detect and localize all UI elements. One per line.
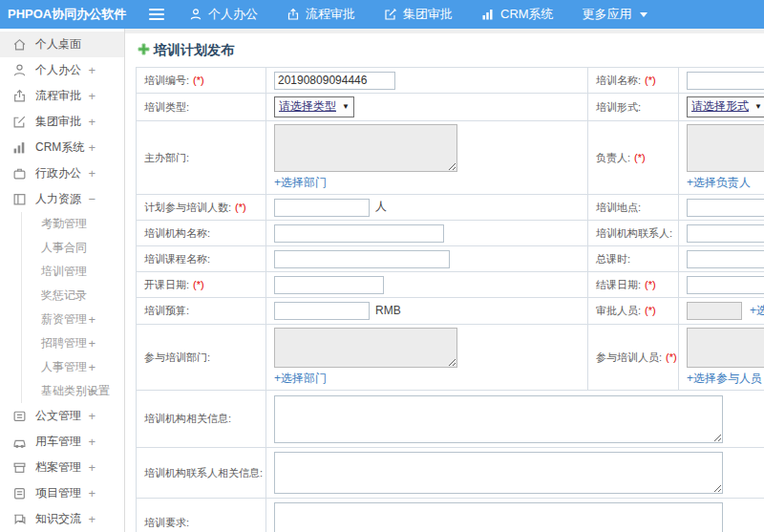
required-mark: (*) bbox=[645, 279, 656, 290]
org-name-input[interactable] bbox=[274, 224, 444, 243]
expand-toggle[interactable]: + bbox=[88, 115, 96, 129]
select-leader-link[interactable]: +选择负责人 bbox=[687, 175, 751, 191]
org-contact-info-textarea[interactable] bbox=[274, 452, 723, 494]
expand-toggle[interactable]: + bbox=[88, 89, 96, 103]
sidebar-item-reward-punish[interactable]: 奖惩记录 bbox=[22, 284, 124, 308]
edit-icon bbox=[384, 8, 397, 21]
car-icon bbox=[12, 435, 27, 449]
expand-toggle[interactable]: + bbox=[88, 312, 96, 327]
caret-down-icon: ▼ bbox=[342, 102, 350, 111]
required-mark: (*) bbox=[666, 351, 677, 363]
expand-toggle[interactable]: + bbox=[88, 486, 96, 500]
requirements-textarea[interactable] bbox=[274, 502, 723, 532]
expand-toggle[interactable]: + bbox=[88, 360, 96, 374]
sidebar-item-group-approval[interactable]: 集团审批 + bbox=[0, 109, 124, 135]
nav-personal-office[interactable]: 个人办公 bbox=[189, 6, 258, 23]
field-label-location: 培训地点: bbox=[588, 195, 679, 221]
unit-label: 人 bbox=[375, 200, 387, 213]
sidebar-item-recruit[interactable]: 招聘管理+ bbox=[22, 331, 124, 355]
sidebar-item-attendance[interactable]: 考勤管理 bbox=[22, 212, 124, 236]
edit-icon bbox=[12, 115, 27, 129]
host-dept-textarea[interactable] bbox=[274, 124, 457, 172]
expand-toggle[interactable]: + bbox=[88, 435, 96, 449]
required-mark: (*) bbox=[193, 279, 204, 290]
field-label-planned-count: 计划参与培训人数:(*) bbox=[137, 195, 266, 221]
training-number-input[interactable] bbox=[274, 72, 395, 90]
field-label-approver: 审批人员:(*) bbox=[588, 298, 679, 325]
hamburger-menu-icon[interactable] bbox=[149, 6, 164, 23]
field-label-org-name: 培训机构名称: bbox=[137, 221, 266, 246]
training-type-select[interactable]: 请选择类型 ▼ bbox=[274, 96, 354, 117]
required-mark: (*) bbox=[634, 152, 646, 163]
sidebar-item-crm[interactable]: CRM系统 + bbox=[0, 135, 124, 160]
location-input[interactable] bbox=[687, 199, 764, 217]
upload-icon bbox=[286, 8, 300, 21]
sidebar-item-training-mgmt[interactable]: 培训管理 bbox=[22, 260, 124, 284]
sidebar-item-personal-office[interactable]: 个人办公 + bbox=[0, 57, 124, 83]
sidebar-item-workflow-approval[interactable]: 流程审批 + bbox=[0, 83, 124, 109]
expand-toggle[interactable]: + bbox=[88, 384, 96, 398]
planned-count-input[interactable] bbox=[274, 199, 370, 217]
sidebar-item-salary[interactable]: 薪资管理+ bbox=[22, 308, 124, 331]
sidebar-item-knowledge[interactable]: 知识交流 + bbox=[0, 506, 124, 532]
approver-readonly-field[interactable] bbox=[687, 302, 742, 320]
field-label-org-contact-info: 培训机构联系人相关信息: bbox=[137, 448, 266, 499]
join-dept-textarea[interactable] bbox=[274, 328, 457, 368]
page-title: 培训计划发布 bbox=[154, 42, 234, 59]
expand-toggle[interactable]: + bbox=[88, 409, 96, 423]
budget-input[interactable] bbox=[274, 302, 370, 320]
sidebar-hr-submenu: 考勤管理 人事合同 培训管理 奖惩记录 薪资管理+ 招聘管理+ 人事管理+ 基础… bbox=[21, 212, 124, 403]
nav-group-approval[interactable]: 集团审批 bbox=[384, 6, 453, 23]
plus-icon bbox=[138, 43, 150, 58]
user-icon bbox=[189, 8, 202, 21]
required-mark: (*) bbox=[193, 74, 204, 86]
leader-textarea[interactable] bbox=[687, 124, 764, 172]
nav-crm-system[interactable]: CRM系统 bbox=[481, 6, 554, 23]
training-name-input[interactable] bbox=[687, 72, 764, 90]
start-date-input[interactable] bbox=[274, 276, 384, 294]
sidebar-item-hr-contract[interactable]: 人事合同 bbox=[22, 236, 124, 260]
page-title-row: 培训计划发布 bbox=[125, 33, 764, 67]
top-nav: 个人办公 流程审批 集团审批 CRM系统 更多应用 bbox=[189, 6, 676, 23]
expand-toggle[interactable]: + bbox=[88, 512, 96, 526]
bar-chart-icon bbox=[481, 8, 495, 21]
end-date-input[interactable] bbox=[687, 276, 764, 294]
org-contact-input[interactable] bbox=[687, 224, 764, 243]
expand-toggle[interactable]: + bbox=[88, 140, 96, 155]
sidebar-item-vehicle[interactable]: 用车管理 + bbox=[0, 429, 124, 455]
expand-toggle[interactable]: + bbox=[88, 460, 96, 475]
expand-toggle[interactable]: + bbox=[88, 336, 96, 351]
field-label-training-name: 培训名称:(*) bbox=[588, 68, 679, 94]
field-label-org-info: 培训机构相关信息: bbox=[137, 391, 266, 448]
select-dept-link[interactable]: +选择部门 bbox=[274, 175, 327, 191]
sidebar-item-project[interactable]: 项目管理 + bbox=[0, 480, 124, 506]
training-plan-form: 培训编号:(*) 培训名称:(*) 培训类型: 请选择类型 ▼ 培训形式: 请选 bbox=[136, 67, 764, 532]
field-label-leader: 负责人:(*) bbox=[588, 121, 679, 195]
sidebar-item-hr[interactable]: 人力资源 − bbox=[0, 186, 124, 212]
app-logo: PHPOA协同办公软件 bbox=[0, 6, 126, 23]
nav-workflow-approval[interactable]: 流程审批 bbox=[286, 6, 355, 23]
expand-toggle[interactable]: + bbox=[88, 166, 96, 181]
select-dept-link[interactable]: +选择部门 bbox=[274, 371, 327, 387]
select-approver-link[interactable]: +选择审批人员 bbox=[750, 304, 764, 317]
field-label-training-number: 培训编号:(*) bbox=[137, 68, 266, 94]
collapse-toggle[interactable]: − bbox=[88, 192, 96, 206]
expand-toggle[interactable]: + bbox=[88, 63, 96, 77]
nav-more-apps[interactable]: 更多应用 bbox=[583, 6, 647, 23]
unit-label: RMB bbox=[375, 304, 401, 317]
sidebar-item-personal-desktop[interactable]: 个人桌面 bbox=[0, 32, 124, 57]
required-mark: (*) bbox=[645, 74, 656, 86]
field-label-join-people: 参与培训人员:(*) bbox=[588, 325, 679, 391]
select-join-people-link[interactable]: +选择参与人员 bbox=[687, 371, 762, 387]
sidebar-item-archive[interactable]: 档案管理 + bbox=[0, 455, 124, 480]
sidebar-item-personnel[interactable]: 人事管理+ bbox=[22, 355, 124, 379]
training-mode-select[interactable]: 请选择形式 ▼ bbox=[687, 96, 764, 117]
sidebar-item-official-doc[interactable]: 公文管理 + bbox=[0, 403, 124, 429]
total-hours-input[interactable] bbox=[687, 250, 764, 268]
org-info-textarea[interactable] bbox=[274, 395, 723, 443]
course-name-input[interactable] bbox=[274, 250, 450, 268]
book-icon bbox=[12, 192, 27, 206]
sidebar-item-base-category[interactable]: 基础类别设置+ bbox=[22, 379, 124, 403]
sidebar-item-admin-office[interactable]: 行政办公 + bbox=[0, 160, 124, 186]
join-people-textarea[interactable] bbox=[687, 328, 764, 368]
